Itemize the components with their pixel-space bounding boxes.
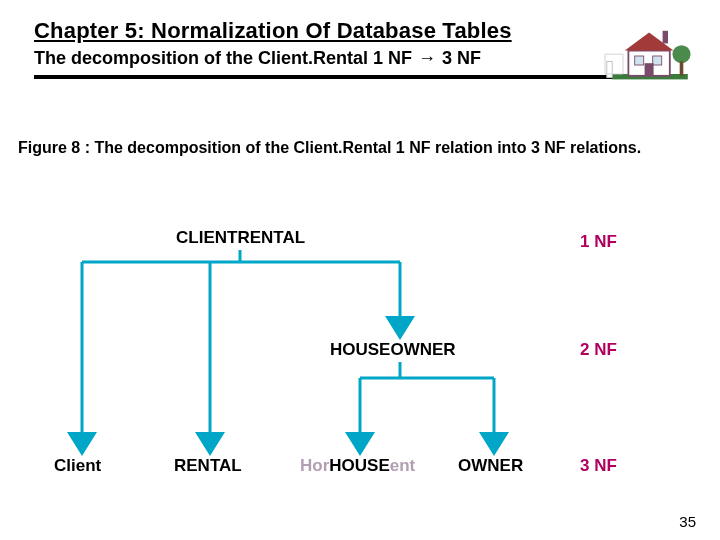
node-house-combined: HorHOUSEent <box>300 456 415 476</box>
node-client: Client <box>54 456 101 476</box>
svg-point-9 <box>673 45 691 63</box>
svg-rect-10 <box>680 61 684 75</box>
node-houseowner: HOUSEOWNER <box>330 340 456 360</box>
svg-rect-6 <box>645 63 654 76</box>
svg-rect-5 <box>653 56 662 65</box>
node-rental: RENTAL <box>174 456 242 476</box>
figure-caption: Figure 8 : The decomposition of the Clie… <box>0 85 720 157</box>
chapter-title: Chapter 5: Normalization Of Database Tab… <box>34 18 686 44</box>
subtitle-suffix: 3 NF <box>442 48 481 69</box>
svg-rect-4 <box>635 56 644 65</box>
node-house: HOUSE <box>329 456 389 475</box>
svg-rect-3 <box>663 31 668 44</box>
arrow-right-icon: → <box>418 48 436 69</box>
decomposition-diagram: CLIENTRENTAL 1 NF HOUSEOWNER 2 NF Client… <box>0 200 720 510</box>
label-2nf: 2 NF <box>580 340 617 360</box>
node-owner: OWNER <box>458 456 523 476</box>
label-3nf: 3 NF <box>580 456 617 476</box>
node-houseforrent-bg-right: ent <box>390 456 416 475</box>
page-number: 35 <box>679 513 696 530</box>
node-houseforrent-bg-left: Hor <box>300 456 329 475</box>
subtitle: The decomposition of the Client.Rental 1… <box>34 48 481 69</box>
slide: Chapter 5: Normalization Of Database Tab… <box>0 0 720 540</box>
label-1nf: 1 NF <box>580 232 617 252</box>
house-icon <box>602 20 698 92</box>
divider <box>34 75 686 79</box>
svg-rect-7 <box>607 61 612 77</box>
node-clientrental: CLIENTRENTAL <box>176 228 305 248</box>
subtitle-prefix: The decomposition of the Client.Rental 1… <box>34 48 412 69</box>
